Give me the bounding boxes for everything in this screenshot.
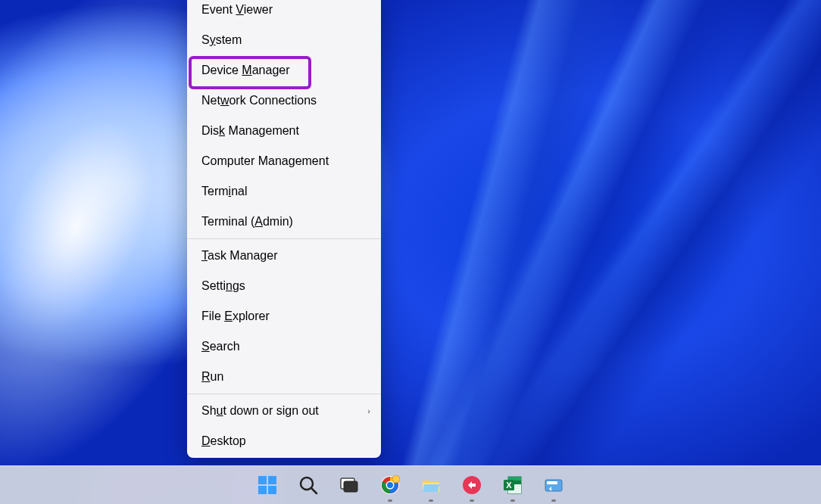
running-indicator xyxy=(551,499,556,502)
start-button[interactable] xyxy=(251,469,283,501)
menu-item-event-viewer[interactable]: Event Viewer xyxy=(187,0,381,25)
menu-item-label: Disk Management xyxy=(201,124,299,138)
menu-item-run[interactable]: Run xyxy=(187,362,381,392)
svg-rect-22 xyxy=(547,481,557,484)
file-explorer-app[interactable] xyxy=(415,469,447,501)
search-button[interactable] xyxy=(292,469,324,501)
svg-rect-0 xyxy=(258,476,267,484)
search-button-icon xyxy=(298,475,318,495)
menu-item-label: System xyxy=(201,33,242,47)
menu-item-network-connections[interactable]: Network Connections xyxy=(187,86,381,116)
menu-item-system[interactable]: System xyxy=(187,25,381,55)
run-app-icon xyxy=(544,475,563,495)
taskbar: X xyxy=(0,465,821,504)
menu-item-file-explorer[interactable]: File Explorer xyxy=(187,301,381,331)
menu-item-search[interactable]: Search xyxy=(187,331,381,362)
red-app[interactable] xyxy=(456,469,488,501)
svg-rect-1 xyxy=(268,476,276,484)
running-indicator xyxy=(510,499,515,502)
svg-text:X: X xyxy=(506,481,512,490)
menu-item-terminal[interactable]: Terminal xyxy=(187,176,381,207)
menu-item-label: Shut down or sign out xyxy=(201,404,319,418)
menu-item-label: Terminal xyxy=(201,185,247,198)
task-view-button-icon xyxy=(339,475,359,495)
chrome-app[interactable] xyxy=(374,469,406,501)
menu-item-terminal-admin[interactable]: Terminal (Admin) xyxy=(187,207,381,237)
red-app-icon xyxy=(462,475,482,495)
menu-item-task-manager[interactable]: Task Manager xyxy=(187,241,381,271)
svg-line-5 xyxy=(311,488,317,493)
menu-item-label: Search xyxy=(201,340,240,353)
menu-item-label: File Explorer xyxy=(201,310,270,323)
menu-item-label: Settings xyxy=(201,279,245,293)
run-app[interactable] xyxy=(538,469,570,501)
menu-item-label: Terminal (Admin) xyxy=(201,215,293,229)
menu-item-label: Task Manager xyxy=(201,249,278,263)
svg-point-11 xyxy=(387,482,393,488)
menu-item-label: Desktop xyxy=(201,434,246,448)
running-indicator xyxy=(429,499,433,502)
menu-separator xyxy=(187,238,381,239)
start-button-icon xyxy=(258,475,277,495)
svg-rect-7 xyxy=(344,481,357,492)
menu-item-label: Event Viewer xyxy=(201,3,273,17)
chrome-app-icon xyxy=(380,475,400,495)
menu-item-computer-management[interactable]: Computer Management xyxy=(187,146,381,176)
running-indicator xyxy=(470,499,474,502)
excel-app-icon: X xyxy=(503,475,523,495)
excel-app[interactable]: X xyxy=(497,469,529,501)
menu-item-disk-management[interactable]: Disk Management xyxy=(187,116,381,146)
task-view-button[interactable] xyxy=(333,469,365,501)
menu-item-label: Device Manager xyxy=(201,64,290,77)
menu-item-desktop[interactable]: Desktop xyxy=(187,426,381,456)
menu-item-device-manager[interactable]: Device Manager xyxy=(187,55,381,86)
chevron-right-icon: › xyxy=(367,406,370,415)
svg-rect-2 xyxy=(258,486,267,494)
winx-context-menu: Event ViewerSystemDevice ManagerNetwork … xyxy=(187,0,381,458)
menu-item-settings[interactable]: Settings xyxy=(187,271,381,301)
svg-point-12 xyxy=(392,475,400,483)
svg-rect-3 xyxy=(268,486,276,494)
menu-item-label: Computer Management xyxy=(201,154,329,168)
running-indicator xyxy=(388,499,392,502)
menu-item-shutdown-signout[interactable]: Shut down or sign out› xyxy=(187,396,381,426)
file-explorer-app-icon xyxy=(421,475,441,495)
menu-separator xyxy=(187,394,381,394)
menu-item-label: Run xyxy=(201,370,223,384)
desktop-wallpaper xyxy=(0,0,821,465)
menu-item-label: Network Connections xyxy=(201,94,317,107)
